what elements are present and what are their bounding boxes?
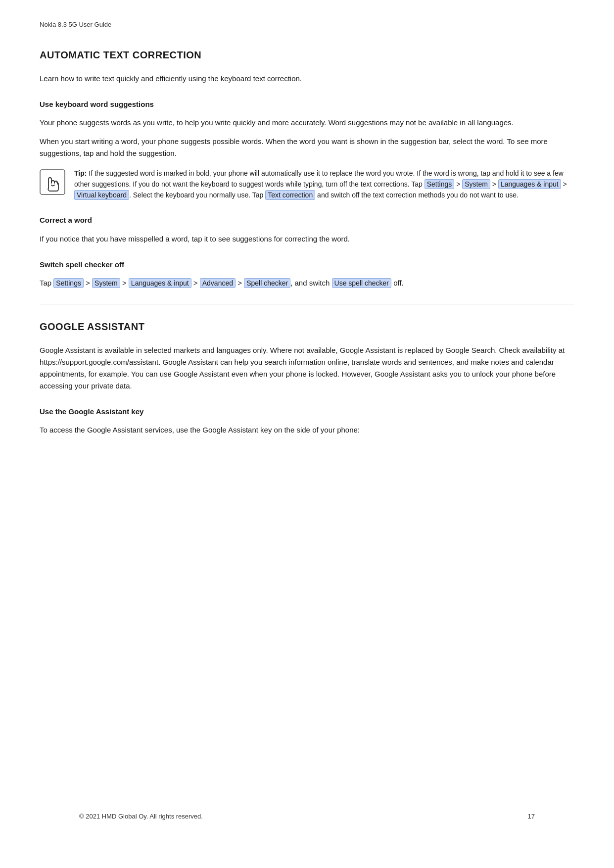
breadcrumb: Nokia 8.3 5G User Guide — [40, 21, 111, 28]
badge-settings-1: Settings — [425, 179, 455, 189]
section2-title: GOOGLE ASSISTANT — [40, 319, 574, 335]
section1-intro: Learn how to write text quickly and effi… — [40, 73, 574, 85]
subsection-assistant-key: Use the Google Assistant key To access t… — [40, 406, 574, 436]
spell-sep4: > — [236, 279, 244, 287]
tip-icon — [40, 169, 65, 195]
badge-system-1: System — [462, 179, 490, 189]
subsection3-heading: Switch spell checker off — [40, 259, 574, 270]
section-automatic-text-correction: AUTOMATIC TEXT CORRECTION Learn how to w… — [40, 48, 574, 289]
badge-system-2: System — [92, 278, 120, 288]
badge-advanced: Advanced — [200, 278, 236, 288]
badge-text-correction: Text correction — [265, 190, 315, 200]
tip-box: Tip: If the suggested word is marked in … — [40, 168, 574, 200]
badge-languages-input-2: Languages & input — [129, 278, 191, 288]
subsection2-para: If you notice that you have misspelled a… — [40, 233, 574, 245]
subsection-assistant-key-heading: Use the Google Assistant key — [40, 406, 574, 417]
subsection1-para2: When you start writing a word, your phon… — [40, 136, 574, 159]
footer-copyright: © 2021 HMD Global Oy. All rights reserve… — [79, 812, 203, 821]
tip-label: Tip: — [74, 169, 87, 177]
page-header: Nokia 8.3 5G User Guide — [40, 20, 574, 30]
subsection1-para1: Your phone suggests words as you write, … — [40, 117, 574, 129]
spell-text-mid: , and switch — [290, 279, 331, 287]
tip-sep3: > — [561, 180, 567, 188]
badge-spell-checker: Spell checker — [244, 278, 290, 288]
subsection-word-suggestions: Use keyboard word suggestions Your phone… — [40, 98, 574, 200]
section-divider — [40, 304, 574, 304]
subsection1-heading: Use keyboard word suggestions — [40, 98, 574, 110]
subsection-correct-word: Correct a word If you notice that you ha… — [40, 214, 574, 244]
tip-text3: and switch off the text correction metho… — [315, 191, 519, 199]
subsection-assistant-key-para: To access the Google Assistant services,… — [40, 424, 574, 436]
badge-languages-input-1: Languages & input — [498, 179, 561, 189]
subsection-spell-checker: Switch spell checker off Tap Settings > … — [40, 259, 574, 289]
subsection3-para: Tap Settings > System > Languages & inpu… — [40, 277, 574, 289]
tip-sep2: > — [490, 180, 498, 188]
tip-text2: . Select the keyboard you normally use. … — [129, 191, 265, 199]
footer-page-number: 17 — [528, 812, 535, 821]
badge-use-spell-checker: Use spell checker — [332, 278, 392, 288]
spell-para-prefix: Tap — [40, 279, 53, 287]
badge-settings-2: Settings — [53, 278, 84, 288]
spell-sep3: > — [191, 279, 200, 287]
section1-title: AUTOMATIC TEXT CORRECTION — [40, 48, 574, 63]
spell-sep1: > — [84, 279, 92, 287]
tip-sep1: > — [454, 180, 462, 188]
section-google-assistant: GOOGLE ASSISTANT Google Assistant is ava… — [40, 319, 574, 436]
section2-intro: Google Assistant is available in selecte… — [40, 344, 574, 392]
badge-virtual-keyboard: Virtual keyboard — [74, 190, 129, 200]
spell-sep2: > — [120, 279, 129, 287]
spell-text-end: off. — [391, 279, 404, 287]
tip-content: Tip: If the suggested word is marked in … — [74, 168, 574, 200]
subsection2-heading: Correct a word — [40, 214, 574, 226]
page-footer: © 2021 HMD Global Oy. All rights reserve… — [79, 812, 535, 821]
